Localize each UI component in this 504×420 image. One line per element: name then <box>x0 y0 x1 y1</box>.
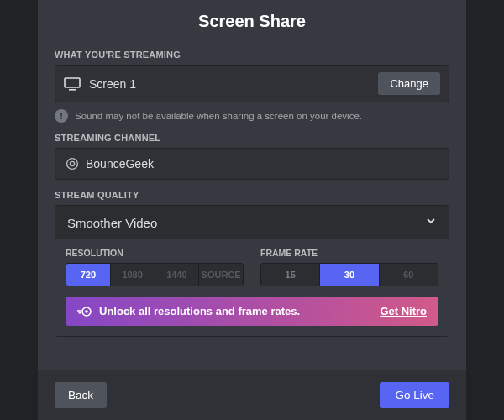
resolution-source[interactable]: SOURCE <box>199 264 243 286</box>
modal-header: Screen Share <box>38 0 466 39</box>
framerate-30[interactable]: 30 <box>320 264 379 286</box>
get-nitro-link[interactable]: Get Nitro <box>380 305 427 318</box>
quality-controls: RESOLUTION 720 1080 1440 SOURCE FRAME RA… <box>55 239 449 336</box>
resolution-720[interactable]: 720 <box>66 264 111 286</box>
channel-name: BounceGeek <box>86 157 154 171</box>
quality-preset-dropdown[interactable]: Smoother Video <box>55 206 449 239</box>
framerate-15[interactable]: 15 <box>261 264 320 286</box>
nitro-icon <box>77 306 92 318</box>
go-live-button[interactable]: Go Live <box>380 382 449 408</box>
at-icon <box>66 157 79 171</box>
change-button[interactable]: Change <box>378 72 440 95</box>
svg-rect-1 <box>69 89 76 91</box>
resolution-label: RESOLUTION <box>66 248 244 258</box>
resolution-1440[interactable]: 1440 <box>155 264 200 286</box>
resolution-1080[interactable]: 1080 <box>111 264 155 286</box>
quality-label: STREAM QUALITY <box>55 190 449 200</box>
warning-icon: ! <box>55 109 68 123</box>
nitro-text: Unlock all resolutions and frame rates. <box>99 305 380 318</box>
warning-row: ! Sound may not be available when sharin… <box>55 109 449 123</box>
channel-label: STREAMING CHANNEL <box>55 133 449 143</box>
resolution-column: RESOLUTION 720 1080 1440 SOURCE <box>66 248 244 286</box>
framerate-label: FRAME RATE <box>260 248 438 258</box>
source-name: Screen 1 <box>89 77 378 91</box>
nitro-upsell: Unlock all resolutions and frame rates. … <box>66 297 438 326</box>
chevron-down-icon <box>425 215 437 230</box>
svg-rect-6 <box>77 310 81 312</box>
back-button[interactable]: Back <box>55 382 107 408</box>
svg-point-5 <box>85 310 88 313</box>
streaming-label: WHAT YOU'RE STREAMING <box>55 50 449 60</box>
framerate-60[interactable]: 60 <box>380 264 438 286</box>
monitor-icon <box>64 77 81 91</box>
modal-title: Screen Share <box>38 12 466 31</box>
preset-label: Smoother Video <box>67 216 425 230</box>
channel-box[interactable]: BounceGeek <box>55 148 449 180</box>
quality-box: Smoother Video RESOLUTION 720 1080 1440 … <box>55 205 449 337</box>
screen-share-modal: Screen Share WHAT YOU'RE STREAMING Scree… <box>38 0 466 420</box>
framerate-group: 15 30 60 <box>260 263 438 286</box>
streaming-source-box: Screen 1 Change <box>55 65 449 102</box>
svg-rect-7 <box>79 312 81 314</box>
modal-footer: Back Go Live <box>38 370 466 420</box>
svg-point-3 <box>70 161 74 165</box>
modal-content: WHAT YOU'RE STREAMING Screen 1 Change ! … <box>38 39 466 370</box>
framerate-column: FRAME RATE 15 30 60 <box>260 248 438 286</box>
warning-text: Sound may not be available when sharing … <box>75 111 362 121</box>
svg-point-2 <box>67 159 78 170</box>
resolution-group: 720 1080 1440 SOURCE <box>66 263 244 286</box>
svg-rect-0 <box>65 78 80 87</box>
